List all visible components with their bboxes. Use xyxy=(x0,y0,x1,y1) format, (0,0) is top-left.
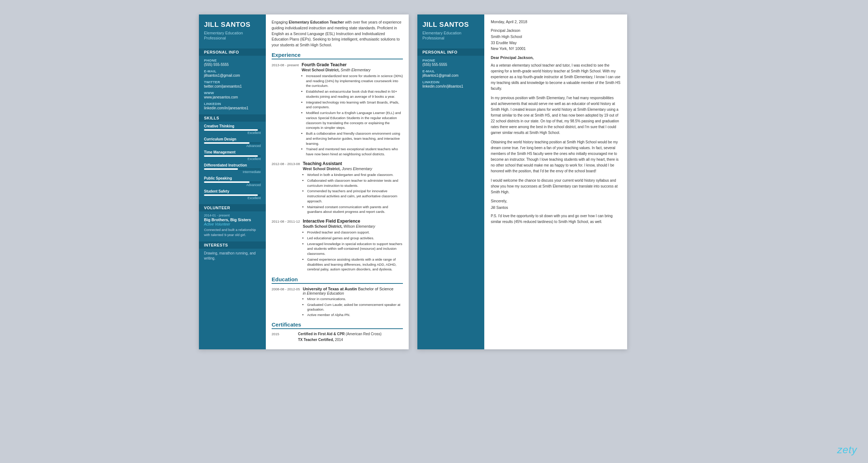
skill-item: Public Speaking Advanced xyxy=(204,176,261,187)
skill-name: Public Speaking xyxy=(204,176,261,180)
exp-bullets: Provided teacher and classroom support.L… xyxy=(303,230,403,272)
cl-paragraph: Obtaining the world history teaching pos… xyxy=(491,139,621,174)
skill-item: Curriculum Design Advanced xyxy=(204,137,261,148)
cl-recipient: Principal Jackson Smith High School 33 E… xyxy=(491,28,621,52)
volunteer-section: Volunteer 2014-01 - present Big Brothers… xyxy=(199,201,266,239)
exp-content: Teaching Assistant West School District,… xyxy=(303,161,403,215)
education-section-title: Education xyxy=(272,276,403,284)
experience-entry: 2013-08 - present Fourth Grade Teacher W… xyxy=(272,62,403,157)
recipient-org: Smith High School xyxy=(491,34,522,39)
skill-level: Excellent xyxy=(204,196,261,200)
cl-main: Monday, April 2, 2018 Principal Jackson … xyxy=(484,14,627,349)
exp-dates: 2012-08 - 2013-08 xyxy=(272,161,300,215)
edu-degree: in Elementary Education xyxy=(303,291,403,295)
skill-bar-bg xyxy=(204,155,261,157)
exp-bullet: Gained experience assisting students wit… xyxy=(307,257,403,272)
exp-bullet: Collaborated with classroom teacher to a… xyxy=(307,178,403,188)
exp-bullet: Trained and mentored two exceptional stu… xyxy=(306,147,403,157)
linkedin-label: LinkedIn xyxy=(204,102,261,106)
cert-content: Certified in First Aid & CPR (American R… xyxy=(298,332,403,336)
experience-entry: 2012-08 - 2013-08 Teaching Assistant Wes… xyxy=(272,161,403,215)
exp-bullet: Increased standardized test score for st… xyxy=(306,73,403,88)
cl-salutation: Dear Principal Jackson, xyxy=(491,55,621,60)
exp-org: West School District, Jones Elementary xyxy=(303,167,403,171)
cover-letter-document: JILL SANTOS Elementary Education Profess… xyxy=(417,14,627,349)
cl-personal-info-section: Personal Info Phone (555) 555-5555 E-mai… xyxy=(417,46,484,90)
skill-level: Intermediate xyxy=(204,170,261,174)
volunteer-label: Volunteer xyxy=(199,204,266,211)
edu-school: University of Texas at Austin Bachelor o… xyxy=(303,287,403,291)
exp-title: Fourth Grade Teacher xyxy=(302,62,403,67)
volunteer-org: Big Brothers, Big Sisters xyxy=(204,218,261,222)
www-label: WWW xyxy=(204,91,261,95)
cl-phone-label: Phone xyxy=(422,58,479,62)
skill-bar-fill xyxy=(204,168,238,170)
skill-item: Differentiated Instruction Intermediate xyxy=(204,163,261,174)
skill-name: Curriculum Design xyxy=(204,137,261,141)
resume-main: Engaging Elementary Education Teacher wi… xyxy=(266,14,409,349)
cl-sidebar: JILL SANTOS Elementary Education Profess… xyxy=(417,14,484,349)
exp-bullet: Maintained constant communication with p… xyxy=(307,205,403,215)
cl-signature: Jill Santos xyxy=(491,205,621,210)
experience-section-title: Experience xyxy=(272,52,403,59)
cl-sidebar-header: JILL SANTOS Elementary Education Profess… xyxy=(417,14,484,46)
cl-linkedin-label: LinkedIn xyxy=(422,80,479,84)
skill-bar-fill xyxy=(204,181,250,183)
cert-year xyxy=(272,338,295,342)
exp-bullet: Modified curriculum for a English Langua… xyxy=(306,110,403,130)
exp-bullets: Worked in both a kindergarten and first … xyxy=(303,172,403,214)
skill-item: Time Management Excellent xyxy=(204,150,261,161)
certificates-section-title: Certificates xyxy=(272,321,403,329)
cl-closing: Sincerely, xyxy=(491,199,621,203)
exp-bullet: Provided teacher and classroom support. xyxy=(307,230,403,235)
skill-level: Excellent xyxy=(204,157,261,161)
exp-content: Interactive Field Experience South Schoo… xyxy=(303,219,403,273)
skill-bar-fill xyxy=(204,155,258,157)
cl-phone-value: (555) 555-5555 xyxy=(422,63,479,67)
skill-name: Differentiated Instruction xyxy=(204,163,261,167)
recipient-name: Principal Jackson xyxy=(491,28,520,33)
volunteer-dates: 2014-01 - present xyxy=(204,214,261,217)
zety-logo: zety xyxy=(837,444,857,456)
cl-paragraph: I would welcome the chance to discuss yo… xyxy=(491,178,621,195)
exp-bullet: Established an extracurricular book club… xyxy=(306,89,403,99)
edu-dates: 2008-08 - 2012-05 xyxy=(272,287,300,318)
exp-org: South School District, Wilson Elementary xyxy=(303,224,403,228)
skill-level: Excellent xyxy=(204,131,261,135)
recipient-city: New York, NY 10001 xyxy=(491,46,526,51)
exp-bullet: Worked in both a kindergarten and first … xyxy=(307,172,403,177)
edu-bullet: Minor in communications. xyxy=(307,296,403,301)
exp-bullet: Led educational games and group activiti… xyxy=(307,236,403,241)
cl-date: Monday, April 2, 2018 xyxy=(491,20,621,24)
skill-name: Creative Thinking xyxy=(204,124,261,128)
resume-title: Elementary Education Professional xyxy=(204,30,261,41)
interests-section: Interests Drawing, marathon running, and… xyxy=(199,239,266,262)
resume-name: JILL SANTOS xyxy=(204,21,261,29)
exp-bullet: Leveraged knowledge in special education… xyxy=(307,241,403,256)
skill-bar-bg xyxy=(204,181,261,183)
skill-level: Advanced xyxy=(204,144,261,148)
cl-title: Elementary Education Professional xyxy=(422,30,479,41)
edu-bullet: Active member of Alpha Phi. xyxy=(307,312,403,317)
skill-name: Student Safety xyxy=(204,189,261,193)
page-wrapper: JILL SANTOS Elementary Education Profess… xyxy=(199,14,669,349)
skill-item: Student Safety Excellent xyxy=(204,189,261,200)
cert-content: TX Teacher Certified, 2014 xyxy=(298,338,403,342)
skill-level: Advanced xyxy=(204,183,261,187)
linkedin-value: linkedin.com/in/janesantos1 xyxy=(204,106,261,110)
cl-linkedin-value: linkedin.com/in/jillsantos1 xyxy=(422,84,479,88)
interests-text: Drawing, marathon running, and writing. xyxy=(204,251,261,261)
resume-sidebar: JILL SANTOS Elementary Education Profess… xyxy=(199,14,266,349)
cl-ps: P.S. I'd love the opportunity to sit dow… xyxy=(491,213,621,225)
exp-title: Teaching Assistant xyxy=(303,161,403,166)
exp-dates: 2013-08 - present xyxy=(272,62,299,157)
cl-email-value: jillsantos1@gmail.com xyxy=(422,73,479,77)
interests-label: Interests xyxy=(199,241,266,249)
education-entry: 2008-08 - 2012-05 University of Texas at… xyxy=(272,287,403,318)
skill-bar-fill xyxy=(204,142,250,144)
exp-bullet: Built a collaborative and friendly class… xyxy=(306,131,403,146)
resume-document: JILL SANTOS Elementary Education Profess… xyxy=(199,14,409,349)
cert-entry: TX Teacher Certified, 2014 xyxy=(272,338,403,342)
cl-email-label: E-mail xyxy=(422,69,479,73)
cert-entry: 2015 Certified in First Aid & CPR (Ameri… xyxy=(272,332,403,336)
